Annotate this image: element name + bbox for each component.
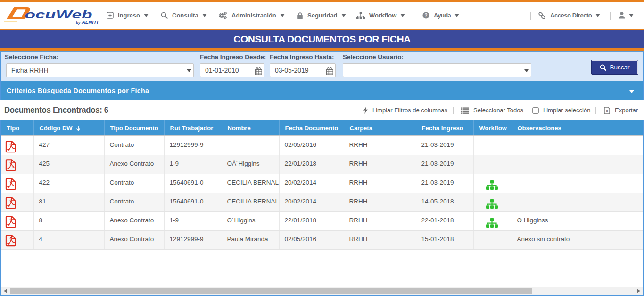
svg-text:ocuWeb: ocuWeb [25, 8, 92, 21]
svg-text:x: x [606, 109, 608, 113]
svg-text:ALNITI: ALNITI [81, 20, 99, 25]
svg-text:?: ? [424, 13, 427, 18]
svg-text:by: by [76, 20, 81, 25]
